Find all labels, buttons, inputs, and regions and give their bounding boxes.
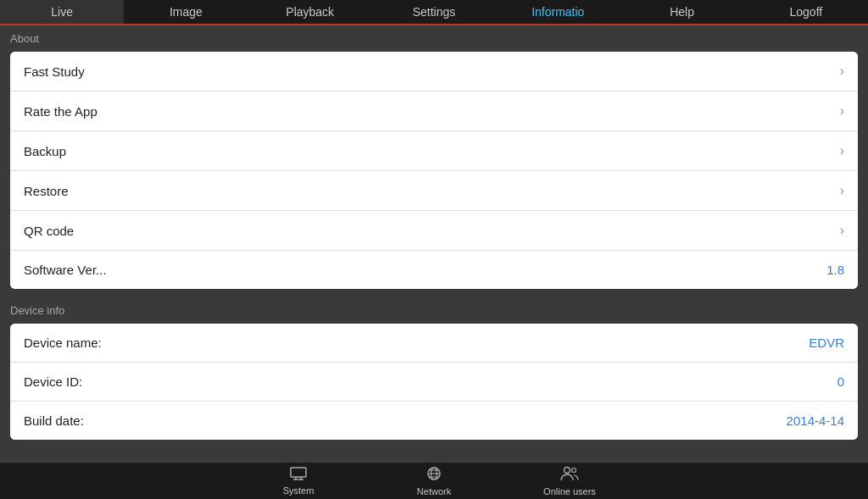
chevron-icon: › bbox=[840, 183, 844, 198]
device-name-label: Device name: bbox=[24, 335, 102, 350]
tab-system[interactable]: System bbox=[231, 463, 366, 499]
list-item-device-id: Device ID: 0 bbox=[10, 363, 858, 402]
bottom-tab-bar: System Network Online users bbox=[0, 462, 868, 499]
list-item-software-ver: Software Ver... 1.8 bbox=[10, 251, 858, 289]
nav-image[interactable]: Image bbox=[124, 0, 248, 24]
restore-label: Restore bbox=[24, 184, 69, 198]
list-item-build-date: Build date: 2014-4-14 bbox=[10, 402, 858, 440]
chevron-icon: › bbox=[840, 64, 844, 79]
fast-study-label: Fast Study bbox=[24, 64, 85, 79]
build-date-value: 2014-4-14 bbox=[787, 413, 844, 428]
nav-settings[interactable]: Settings bbox=[372, 0, 496, 24]
list-item-backup[interactable]: Backup › bbox=[10, 131, 858, 171]
device-name-value: EDVR bbox=[809, 335, 844, 350]
about-list: Fast Study › Rate the App › Backup › Res… bbox=[10, 52, 858, 289]
backup-label: Backup bbox=[24, 144, 66, 158]
svg-point-10 bbox=[572, 468, 576, 472]
online-users-icon bbox=[560, 466, 579, 485]
software-ver-label: Software Ver... bbox=[24, 263, 107, 277]
nav-information[interactable]: Informatio bbox=[496, 0, 620, 24]
system-icon bbox=[290, 467, 307, 484]
tab-network-label: Network bbox=[417, 486, 451, 496]
device-info-section-label: Device info bbox=[0, 297, 868, 324]
device-info-section: Device info Device name: EDVR Device ID:… bbox=[0, 297, 868, 440]
nav-logoff[interactable]: Logoff bbox=[744, 0, 868, 24]
list-item-fast-study[interactable]: Fast Study › bbox=[10, 52, 858, 91]
network-icon bbox=[426, 466, 442, 485]
list-item-device-name: Device name: EDVR bbox=[10, 324, 858, 363]
list-item-restore[interactable]: Restore › bbox=[10, 171, 858, 211]
tab-network[interactable]: Network bbox=[366, 463, 502, 499]
tab-online-users[interactable]: Online users bbox=[502, 463, 637, 499]
chevron-icon: › bbox=[840, 143, 844, 158]
qr-code-label: QR code bbox=[24, 224, 74, 238]
list-item-qr-code[interactable]: QR code › bbox=[10, 211, 858, 251]
about-section-label: About bbox=[0, 25, 868, 52]
chevron-icon: › bbox=[840, 103, 844, 119]
main-content: About Fast Study › Rate the App › Backup… bbox=[0, 25, 868, 462]
device-info-list: Device name: EDVR Device ID: 0 Build dat… bbox=[10, 324, 858, 440]
tab-system-label: System bbox=[283, 485, 314, 496]
device-id-label: Device ID: bbox=[24, 374, 82, 389]
software-ver-value: 1.8 bbox=[826, 263, 844, 277]
tab-online-users-label: Online users bbox=[543, 486, 596, 496]
nav-live[interactable]: Live bbox=[0, 0, 124, 24]
build-date-label: Build date: bbox=[24, 413, 84, 428]
nav-playback[interactable]: Playback bbox=[248, 0, 372, 24]
nav-help[interactable]: Help bbox=[620, 0, 743, 24]
chevron-icon: › bbox=[840, 223, 844, 238]
list-item-rate-app[interactable]: Rate the App › bbox=[10, 91, 858, 131]
svg-point-9 bbox=[565, 467, 570, 473]
svg-rect-0 bbox=[291, 468, 306, 477]
device-id-value: 0 bbox=[837, 374, 844, 389]
rate-app-label: Rate the App bbox=[24, 104, 97, 119]
top-navigation: Live Image Playback Settings Informatio … bbox=[0, 0, 868, 25]
